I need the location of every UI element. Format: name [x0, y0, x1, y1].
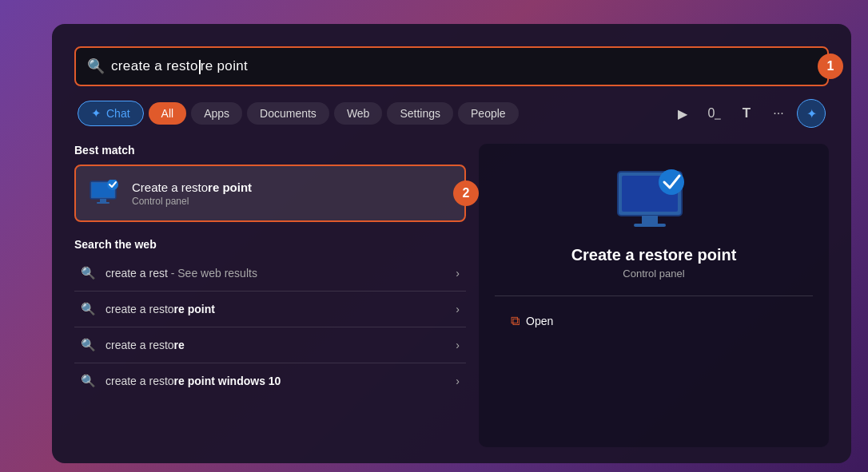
tab-documents[interactable]: Documents [247, 102, 329, 125]
open-button[interactable]: ⧉ Open [503, 309, 561, 333]
search-icon: 🔍 [87, 58, 105, 75]
more-icon: ··· [773, 106, 783, 121]
arrow-icon-0: › [456, 267, 460, 280]
detail-divider [495, 295, 813, 296]
query-after-cursor: re point [201, 58, 248, 73]
tab-web-label: Web [347, 107, 370, 120]
arrow-icon-2: › [456, 339, 460, 351]
search-icon-0: 🔍 [81, 266, 96, 280]
svg-rect-3 [97, 202, 109, 204]
tab-documents-label: Documents [260, 107, 317, 120]
web-result-text-3: create a restore point windows 10 [106, 375, 446, 387]
arrow-icon-1: › [456, 303, 460, 315]
font-icon: T [743, 105, 751, 121]
best-match-text-area: Create a restore point Control panel [132, 180, 252, 207]
step-1-badge: 1 [818, 54, 843, 79]
tab-bar: ✦ Chat All Apps Documents Web Settings P… [74, 99, 829, 128]
web-result-item-1[interactable]: 🔍 create a restore point › [74, 293, 466, 325]
bing-icon-chat: ✦ [91, 106, 102, 121]
detail-title-bold: re point [678, 246, 736, 264]
bing-end-button[interactable]: ✦ [797, 99, 826, 128]
web-result-prefix-1: create a resto [106, 303, 174, 315]
query-before-cursor: create a resto [111, 58, 198, 73]
play-icon: ▶ [678, 106, 687, 121]
detail-monitor-icon [614, 168, 694, 233]
web-result-bold-1: re point [174, 303, 215, 315]
open-label: Open [526, 315, 553, 327]
web-result-text-1: create a restore point [106, 303, 446, 315]
web-result-item-3[interactable]: 🔍 create a restore point windows 10 › [74, 365, 466, 397]
search-icon-3: 🔍 [81, 374, 96, 388]
count-label: 0 [708, 106, 715, 121]
web-result-dim-0: - See web results [168, 267, 257, 280]
best-match-title-prefix: Create a resto [132, 180, 208, 194]
tab-settings-label: Settings [400, 107, 440, 120]
svg-point-9 [659, 169, 684, 195]
divider-1 [74, 327, 466, 327]
best-match-section-title: Best match [74, 144, 466, 157]
search-panel: 🔍 create a restore point 1 ✦ Chat All Ap… [52, 24, 851, 463]
search-bar[interactable]: 🔍 create a restore point [74, 46, 829, 86]
arrow-icon-3: › [456, 375, 460, 387]
best-match-item[interactable]: Create a restore point Control panel 2 [74, 165, 466, 222]
count-button[interactable]: 0 ⎯ [701, 100, 728, 127]
more-button[interactable]: ··· [765, 100, 792, 127]
divider-2 [74, 363, 466, 363]
left-panel: Best match Create [74, 144, 466, 447]
web-result-prefix-2: create a resto [106, 339, 174, 351]
best-match-title-bold: re point [208, 180, 252, 194]
web-result-prefix-0: create a rest [106, 267, 168, 280]
web-result-item-2[interactable]: 🔍 create a restore › [74, 329, 466, 361]
bing-end-icon: ✦ [806, 106, 817, 121]
tab-all-label: All [161, 107, 174, 120]
web-result-text-2: create a restore [106, 339, 446, 351]
play-button[interactable]: ▶ [669, 100, 696, 127]
branch-icon: ⎯ [715, 108, 721, 120]
best-match-icon-area [89, 177, 121, 209]
right-panel: Create a restore point Control panel ⧉ O… [479, 144, 829, 447]
main-content: Best match Create [74, 144, 829, 447]
tab-chat[interactable]: ✦ Chat [78, 101, 144, 126]
tab-settings[interactable]: Settings [387, 102, 453, 125]
search-query-text: create a restore point [111, 58, 248, 74]
svg-rect-2 [100, 199, 106, 202]
detail-subtitle: Control panel [623, 268, 684, 280]
detail-icon-area [614, 168, 694, 233]
svg-rect-7 [642, 216, 658, 224]
detail-title: Create a restore point [571, 246, 737, 264]
tab-web[interactable]: Web [334, 102, 383, 125]
monitor-restore-icon [89, 180, 121, 207]
tab-chat-label: Chat [106, 107, 130, 120]
tab-all[interactable]: All [149, 102, 187, 125]
search-icon-2: 🔍 [81, 338, 96, 352]
best-match-subtitle: Control panel [132, 196, 252, 207]
web-result-item-0[interactable]: 🔍 create a rest - See web results › [74, 257, 466, 289]
detail-title-prefix: Create a resto [571, 246, 678, 264]
search-bar-wrapper: 🔍 create a restore point 1 [74, 46, 829, 86]
tab-apps[interactable]: Apps [191, 102, 242, 125]
best-match-title: Create a restore point [132, 180, 252, 194]
tab-people-label: People [471, 107, 506, 120]
step-2-badge: 2 [453, 180, 479, 206]
tab-people[interactable]: People [458, 102, 519, 125]
web-result-bold-2: re [174, 339, 185, 351]
search-web-section-title: Search the web [74, 238, 466, 251]
web-result-text-0: create a rest - See web results [106, 267, 446, 280]
web-result-prefix-3: create a resto [106, 375, 174, 387]
open-icon: ⧉ [511, 314, 520, 328]
web-result-bold-3: re point windows 10 [174, 375, 281, 387]
divider-0 [74, 291, 466, 292]
search-icon-1: 🔍 [81, 302, 96, 316]
tab-apps-label: Apps [204, 107, 229, 120]
font-button[interactable]: T [733, 100, 760, 127]
svg-rect-8 [634, 224, 666, 227]
